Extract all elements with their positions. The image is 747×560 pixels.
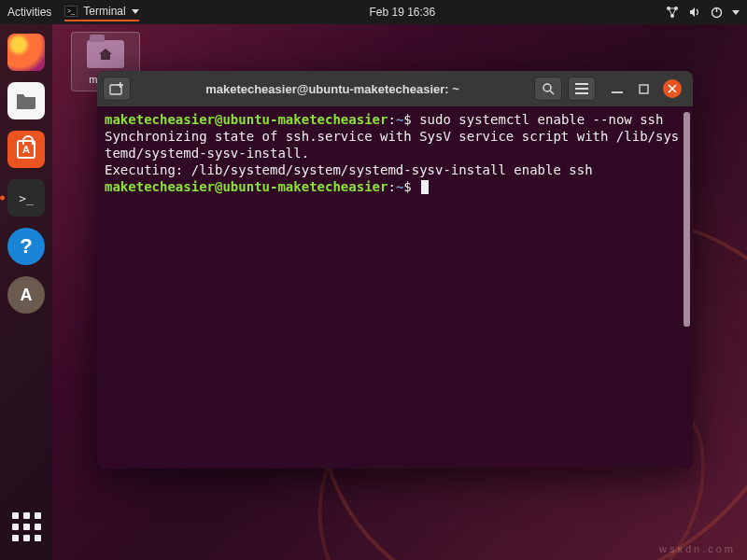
dock: >_ ? A (0, 24, 52, 560)
dock-item-files[interactable] (6, 80, 47, 121)
system-menu[interactable] (666, 6, 740, 19)
svg-rect-17 (640, 85, 648, 93)
svg-rect-16 (612, 91, 623, 93)
software-icon (7, 131, 45, 168)
svg-rect-10 (118, 84, 123, 86)
maximize-button[interactable] (637, 82, 650, 95)
watermark: wsxdn.com (659, 543, 736, 554)
app-menu-label: Terminal (83, 5, 125, 18)
show-applications-button[interactable] (6, 506, 47, 547)
files-icon (7, 82, 45, 119)
dock-item-software[interactable] (6, 129, 47, 170)
minimize-icon (612, 83, 623, 94)
top-bar: Activities >_ Terminal Feb 19 16:36 (0, 0, 747, 24)
network-icon (666, 6, 679, 19)
updater-icon: A (7, 276, 45, 314)
terminal-prompt-line: maketecheasier@ubuntu-maketecheasier:~$ (105, 179, 685, 196)
terminal-window: maketecheasier@ubuntu-maketecheasier: ~ … (97, 71, 693, 469)
svg-rect-14 (575, 88, 588, 90)
svg-rect-15 (575, 92, 588, 94)
close-icon (668, 84, 677, 93)
scrollbar-thumb[interactable] (684, 112, 690, 327)
chevron-down-icon (132, 9, 139, 14)
svg-point-11 (543, 84, 551, 91)
activities-button[interactable]: Activities (7, 6, 51, 19)
dock-item-firefox[interactable] (6, 32, 47, 73)
volume-icon (688, 6, 701, 19)
new-tab-button[interactable] (103, 77, 131, 101)
terminal-icon: >_ (7, 179, 45, 217)
svg-line-12 (550, 91, 554, 94)
search-button[interactable] (534, 77, 562, 101)
terminal-output-line: Synchronizing state of ssh.service with … (105, 129, 685, 162)
svg-rect-7 (716, 7, 717, 12)
dock-item-terminal[interactable]: >_ (6, 177, 47, 218)
dock-item-updater[interactable]: A (6, 274, 47, 315)
dock-item-help[interactable]: ? (6, 226, 47, 267)
apps-grid-icon (12, 512, 41, 541)
terminal-output-line: Executing: /lib/systemd/system/systemd-s… (105, 162, 685, 179)
folder-icon (87, 40, 124, 68)
chevron-down-icon (732, 10, 740, 15)
firefox-icon (7, 34, 45, 71)
terminal-body[interactable]: maketecheasier@ubuntu-maketecheasier:~$ … (97, 106, 693, 469)
svg-rect-13 (575, 83, 588, 85)
titlebar[interactable]: maketecheasier@ubuntu-maketecheasier: ~ (97, 71, 693, 106)
help-icon: ? (7, 228, 45, 265)
cursor (421, 180, 429, 194)
terminal-icon: >_ (64, 6, 78, 17)
hamburger-icon (575, 83, 588, 94)
window-title: maketecheasier@ubuntu-maketecheasier: ~ (136, 82, 529, 96)
close-button[interactable] (663, 79, 682, 98)
new-tab-icon (109, 82, 124, 95)
power-icon (711, 7, 723, 19)
svg-text:>_: >_ (67, 7, 75, 15)
menu-button[interactable] (568, 77, 596, 101)
minimize-button[interactable] (611, 82, 624, 95)
search-icon (542, 82, 555, 95)
terminal-prompt-line: maketecheasier@ubuntu-maketecheasier:~$ … (105, 112, 685, 129)
app-menu[interactable]: >_ Terminal (64, 5, 138, 21)
maximize-icon (639, 84, 649, 94)
clock[interactable]: Feb 19 16:36 (139, 6, 666, 19)
